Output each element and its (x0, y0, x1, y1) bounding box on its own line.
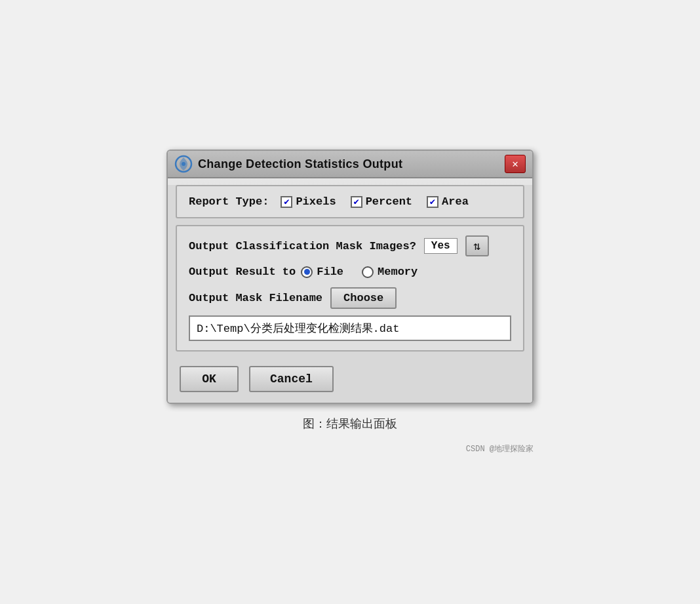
dialog-body: Report Type: ✔ Pixels ✔ Percent ✔ Are (168, 185, 532, 403)
checkbox-percent[interactable]: ✔ Percent (351, 195, 412, 208)
button-row: OK Cancel (168, 357, 532, 403)
main-section: Output Classification Mask Images? Yes ⇅… (176, 225, 524, 352)
radio-file-inner (304, 269, 310, 275)
checkbox-percent-box[interactable]: ✔ (351, 196, 362, 208)
dialog-window: Change Detection Statistics Output ✕ Rep… (166, 150, 534, 404)
checkbox-pixels-label: Pixels (296, 195, 336, 208)
filename-row: Output Mask Filename Choose (189, 287, 511, 309)
svg-point-1 (182, 162, 185, 166)
checkbox-area-label: Area (442, 195, 469, 208)
mask-filename-label: Output Mask Filename (189, 292, 322, 304)
checkboxes-group: ✔ Pixels ✔ Percent ✔ Area (281, 195, 468, 208)
radio-memory-outer[interactable] (362, 266, 374, 278)
page-wrapper: Change Detection Statistics Output ✕ Rep… (166, 150, 534, 454)
radio-memory[interactable]: Memory (362, 266, 418, 278)
classification-row: Output Classification Mask Images? Yes ⇅ (189, 235, 511, 256)
checkbox-percent-label: Percent (366, 195, 412, 208)
title-bar: Change Detection Statistics Output ✕ (168, 151, 532, 178)
path-input[interactable] (189, 315, 511, 341)
output-result-label: Output Result to (189, 266, 296, 278)
report-type-section: Report Type: ✔ Pixels ✔ Percent ✔ Are (176, 185, 524, 218)
watermark: CSDN @地理探险家 (166, 443, 534, 454)
report-type-label: Report Type: (189, 195, 269, 208)
dialog-title: Change Detection Statistics Output (198, 157, 402, 171)
close-button[interactable]: ✕ (505, 155, 526, 173)
updown-button[interactable]: ⇅ (465, 235, 489, 256)
caption: 图：结果输出面板 (303, 416, 397, 432)
yes-value: Yes (424, 238, 457, 254)
title-bar-left: Change Detection Statistics Output (174, 155, 402, 173)
app-icon (174, 155, 193, 173)
radio-file-label: File (317, 266, 343, 278)
classification-label: Output Classification Mask Images? (189, 240, 416, 252)
cancel-button[interactable]: Cancel (249, 366, 334, 392)
checkbox-pixels-box[interactable]: ✔ (281, 196, 292, 208)
radio-file-outer[interactable] (301, 266, 313, 278)
updown-icon: ⇅ (473, 239, 480, 253)
choose-button[interactable]: Choose (330, 287, 397, 309)
radio-file[interactable]: File (301, 266, 343, 278)
radio-memory-label: Memory (378, 266, 418, 278)
checkbox-area-box[interactable]: ✔ (427, 196, 438, 208)
checkbox-area[interactable]: ✔ Area (427, 195, 469, 208)
checkbox-pixels[interactable]: ✔ Pixels (281, 195, 336, 208)
output-result-row: Output Result to File Memory (189, 266, 511, 278)
ok-button[interactable]: OK (180, 366, 239, 392)
report-type-row: Report Type: ✔ Pixels ✔ Percent ✔ Are (189, 195, 511, 208)
